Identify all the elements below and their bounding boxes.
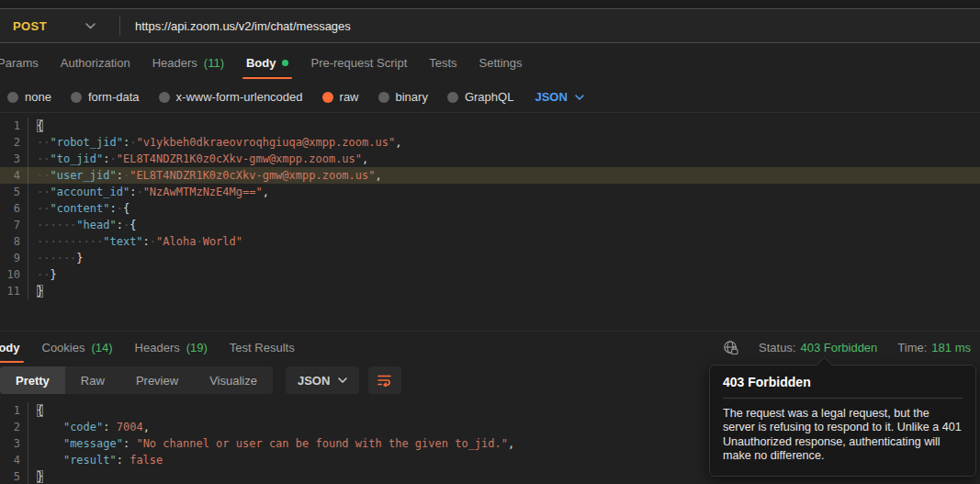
tab-headers[interactable]: Headers(11) (152, 43, 224, 82)
postman-app: POST https://api.zoom.us/v2/im/chat/mess… (0, 0, 980, 484)
code-text: ······} (37, 250, 980, 266)
code-line[interactable]: 8··········"text":·"Aloha·World" (0, 233, 980, 250)
tab-headers[interactable]: Headers(19) (135, 332, 208, 364)
line-number: 5 (0, 468, 28, 484)
tab-label: Body (0, 341, 20, 355)
code-text: ··} (37, 266, 980, 283)
radio-icon (7, 92, 18, 103)
radio-label: binary (396, 90, 428, 104)
radio-label: x-www-form-urlencoded (176, 90, 303, 104)
code-text: ······"head":·{ (37, 217, 980, 233)
body-type-x-www-form-urlencoded[interactable]: x-www-form-urlencoded (159, 90, 303, 104)
code-line[interactable]: 1{ (0, 118, 980, 134)
tab-settings[interactable]: Settings (479, 43, 523, 82)
code-text: ··"account_id":·"NzAwMTMzNzE4Mg==", (37, 184, 980, 200)
line-number: 6 (0, 200, 28, 217)
status-label: Status: (759, 341, 795, 355)
url-input[interactable]: https://api.zoom.us/v2/im/chat/messages (135, 19, 351, 33)
tab-label: Headers (152, 56, 197, 70)
response-language-select[interactable]: JSON (286, 366, 359, 394)
view-tab-visualize[interactable]: Visualize (194, 366, 273, 394)
radio-label: form-data (88, 90, 140, 104)
code-line[interactable]: 2··"robot_jid":·"v1ykbeh0dkraeovroqhgiuq… (0, 134, 980, 151)
view-tab-pretty[interactable]: Pretty (0, 366, 65, 394)
tab-params[interactable]: Params (0, 43, 39, 82)
code-text: ··"robot_jid":·"v1ykbeh0dkraeovroqhgiuqa… (37, 134, 980, 151)
gutter-divider (28, 283, 28, 299)
line-number: 9 (0, 250, 28, 266)
time-value[interactable]: 181 ms (931, 341, 971, 355)
tab-pre-request-script[interactable]: Pre-request Script (310, 43, 407, 82)
code-line[interactable]: 5··"account_id":·"NzAwMTMzNzE4Mg==", (0, 184, 980, 200)
code-text: ··"to_jid":·"EL8T4NDZR1K0z0cXkv-gmw@xmpp… (37, 151, 980, 167)
code-line[interactable]: 6··"content":·{ (0, 200, 980, 217)
response-header: BodyCookies(14)Headers(19)Test Results S… (0, 331, 980, 364)
radio-icon (322, 92, 333, 103)
chevron-down-icon (575, 95, 584, 100)
tab-label: Headers (135, 341, 180, 355)
tab-label: Settings (479, 56, 523, 70)
status-tooltip: 403 Forbidden The request was a legal re… (709, 365, 976, 477)
chevron-down-icon[interactable] (85, 23, 96, 29)
tab-body[interactable]: Body (246, 43, 289, 82)
body-type-none[interactable]: none (7, 90, 51, 104)
radio-label: raw (340, 90, 359, 104)
body-type-graphql[interactable]: GraphQL (447, 90, 513, 104)
tooltip-title: 403 Forbidden (723, 375, 963, 398)
gutter-divider (28, 266, 28, 283)
code-line[interactable]: 4··"user_jid":·"EL8T4NDZR1K0z0cXkv-gmw@x… (0, 167, 980, 184)
gutter-divider (28, 468, 28, 484)
code-line[interactable]: 3··"to_jid":·"EL8T4NDZR1K0z0cXkv-gmw@xmp… (0, 151, 980, 167)
status-value[interactable]: 403 Forbidden (800, 341, 877, 355)
tab-label: Params (0, 56, 39, 70)
view-tab-raw[interactable]: Raw (65, 366, 120, 394)
tab-tests[interactable]: Tests (429, 43, 456, 82)
tab-cookies[interactable]: Cookies(14) (42, 332, 113, 364)
tab-count-badge: (19) (186, 341, 208, 355)
tab-body[interactable]: Body (0, 332, 20, 364)
response-status-bar: Status: 403 Forbidden Time: 181 ms (723, 340, 980, 355)
code-line[interactable]: 10··} (0, 266, 980, 283)
body-type-raw[interactable]: raw (322, 90, 359, 104)
tab-label: Authorization (61, 56, 130, 70)
line-number: 3 (0, 151, 28, 167)
request-language-select[interactable]: JSON (535, 90, 583, 104)
code-line[interactable]: 7······"head":·{ (0, 217, 980, 233)
tab-label: Tests (429, 56, 456, 70)
gutter-divider (28, 435, 28, 452)
radio-icon (71, 92, 82, 103)
gutter-divider (28, 250, 28, 266)
gutter-divider (28, 151, 28, 167)
gutter-divider (28, 184, 28, 200)
tab-test-results[interactable]: Test Results (230, 332, 295, 364)
code-line[interactable]: 9······} (0, 250, 980, 266)
line-number: 4 (0, 452, 28, 468)
wrap-text-button[interactable] (368, 366, 401, 394)
tab-label: Test Results (230, 341, 295, 355)
request-body-editor[interactable]: 1{2··"robot_jid":·"v1ykbeh0dkraeovroqhgi… (0, 112, 980, 331)
tab-count-badge: (14) (91, 341, 112, 355)
radio-label: GraphQL (465, 90, 513, 104)
tab-label: Body (246, 56, 276, 70)
tab-label: Pre-request Script (310, 56, 407, 70)
request-language-label: JSON (535, 90, 567, 104)
response-view-tabs: PrettyRawPreviewVisualize (0, 366, 273, 394)
code-line[interactable]: 11} (0, 283, 980, 299)
tooltip-body: The request was a legal request, but the… (723, 407, 963, 464)
response-language-label: JSON (298, 374, 330, 388)
method-selector[interactable]: POST (0, 19, 47, 33)
divider (119, 16, 120, 36)
gutter-divider (28, 419, 28, 435)
globe-lock-icon[interactable] (723, 340, 738, 355)
chevron-down-icon (338, 377, 347, 383)
tab-authorization[interactable]: Authorization (61, 43, 130, 82)
code-text: ··"content":·{ (37, 200, 980, 217)
body-type-form-data[interactable]: form-data (71, 90, 140, 104)
line-number: 10 (0, 266, 28, 283)
gutter-divider (28, 217, 28, 233)
gutter-divider (28, 452, 28, 468)
divider (723, 398, 963, 399)
code-text: ··"user_jid":·"EL8T4NDZR1K0z0cXkv-gmw@xm… (37, 167, 980, 184)
view-tab-preview[interactable]: Preview (120, 366, 194, 394)
body-type-binary[interactable]: binary (378, 90, 428, 104)
